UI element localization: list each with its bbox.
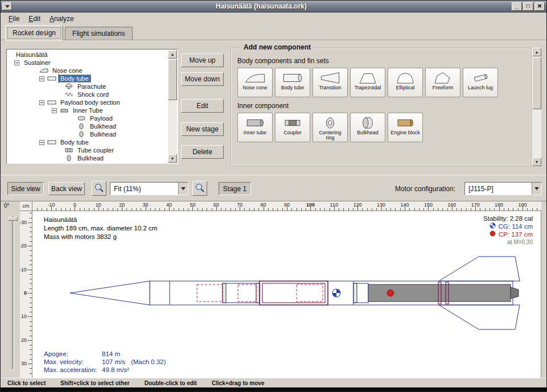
scroll-down-icon[interactable]: ▼ — [168, 154, 177, 163]
add-bulkhead-button[interactable]: Bulkhead — [350, 113, 385, 142]
add-centering-ring-button[interactable]: Centering ring — [312, 113, 348, 142]
component-button-label: Launch lug — [467, 85, 494, 91]
menu-bar: FileEditAnalyze — [1, 13, 546, 25]
menu-item-analyze[interactable]: Analyze — [45, 13, 79, 24]
scroll-up-icon[interactable]: ▲ — [532, 48, 541, 56]
component-button-label: Engine block — [389, 130, 421, 136]
tree-item-bulkhead[interactable]: Bulkhead — [7, 122, 168, 130]
bulkhead-outline[interactable] — [223, 283, 226, 303]
bulkhead-icon — [64, 155, 73, 162]
scroll-up-icon[interactable]: ▲ — [168, 50, 177, 59]
parachute-icon — [64, 83, 73, 90]
add-transition-button[interactable]: Transition — [312, 68, 348, 97]
add-trapezoidal-button[interactable]: Trapezoidal — [350, 68, 385, 97]
motor-configuration-select[interactable]: [J115-P] — [464, 182, 542, 195]
tree-item-inner-tube[interactable]: Inner Tube — [7, 106, 168, 114]
fin-outline-upper[interactable] — [439, 257, 520, 281]
tree-item-payload-body-section[interactable]: Payload body section — [7, 98, 168, 106]
tree-item-tube-coupler[interactable]: Tube coupler — [7, 146, 168, 154]
menu-item-edit[interactable]: Edit — [24, 13, 45, 24]
tree-expander-icon[interactable] — [39, 100, 44, 105]
chevron-down-icon[interactable] — [178, 183, 188, 195]
ruler-tick — [466, 208, 467, 211]
tree-expander-icon[interactable] — [14, 60, 19, 65]
stage-1-toggle[interactable]: Stage 1 — [219, 182, 251, 195]
zoom-in-button[interactable] — [92, 181, 106, 196]
menu-item-file[interactable]: File — [4, 13, 24, 24]
close-button[interactable]: ✕ — [534, 2, 545, 11]
ruler-label: 0 — [24, 290, 27, 296]
zoom-select[interactable]: Fit (11%) — [110, 182, 188, 195]
add-freeform-button[interactable]: Freeform — [425, 68, 460, 97]
chevron-down-icon[interactable] — [532, 183, 541, 195]
zoom-out-button[interactable] — [192, 181, 207, 196]
ruler-tick — [537, 208, 537, 211]
new-stage-button[interactable]: New stage — [181, 122, 224, 136]
zoom-value: Fit (11%) — [110, 185, 178, 193]
rotation-slider-thumb[interactable] — [8, 217, 18, 221]
rocket-canvas[interactable]: Haisunäätä Length 189 cm, max. diameter … — [32, 211, 541, 378]
tree-item-body-tube[interactable]: Body tube — [7, 75, 168, 82]
tree-expander-icon[interactable] — [39, 140, 44, 145]
component-button-label: Inner tube — [242, 130, 268, 136]
add-panel-scrollbar[interactable]: ▲ ▼ — [532, 48, 541, 166]
ruler-label: -20 — [20, 243, 27, 249]
window-title: Haisunäätä (haisunaata.ork) — [12, 2, 511, 10]
ruler-tick — [216, 207, 217, 211]
fin-outline-lower[interactable] — [439, 305, 520, 329]
add-elliptical-button[interactable]: Elliptical — [388, 68, 423, 97]
cp-marker — [388, 290, 394, 296]
window-menu-icon[interactable] — [2, 2, 12, 10]
bulkhead-outline[interactable] — [256, 283, 260, 303]
ruler-tick — [183, 208, 184, 211]
add-inner-tube-button[interactable]: Inner tube — [237, 113, 273, 142]
tree-item-label: Nose cone — [51, 67, 84, 74]
tree-item-parachute[interactable]: Parachute — [7, 82, 168, 90]
add-body-tube-button[interactable]: Body tube — [275, 68, 310, 97]
tree-item-label: Body tube — [59, 139, 91, 146]
tree-item-sustainer[interactable]: Sustainer — [7, 59, 168, 67]
ruler-tick — [30, 288, 32, 289]
tree-expander-icon[interactable] — [52, 108, 57, 113]
title-bar[interactable]: Haisunäätä (haisunaata.ork) _ □ ✕ — [1, 1, 546, 13]
tree-item-shock-cord[interactable]: Shock cord — [7, 90, 168, 98]
move-up-button[interactable]: Move up — [181, 53, 224, 67]
tree-item-body-tube[interactable]: Body tube — [7, 138, 168, 146]
minimize-button[interactable]: _ — [512, 2, 522, 11]
tree-expander-icon[interactable] — [39, 76, 44, 81]
tree-scrollbar[interactable]: ▲ ▼ — [168, 50, 177, 163]
tree-item-bulkhead[interactable]: Bulkhead — [7, 130, 168, 138]
tree-item-bulkhead[interactable]: Bulkhead — [7, 154, 168, 162]
edit-button[interactable]: Edit — [181, 99, 224, 113]
component-tree[interactable]: HaisunäätäSustainerNose coneBody tubePar… — [7, 51, 168, 163]
body-tube-icon — [281, 68, 304, 85]
delete-button[interactable]: Delete — [181, 145, 224, 159]
ruler-tick — [30, 298, 32, 298]
add-engine-block-button[interactable]: Engine block — [388, 113, 423, 142]
ruler-tick — [28, 246, 32, 246]
side-view-button[interactable]: Side view — [7, 182, 44, 195]
bulkhead-outline[interactable] — [353, 283, 357, 303]
nose-cone-outline[interactable] — [70, 281, 150, 305]
tree-item-nose-cone[interactable]: Nose cone — [7, 67, 168, 75]
tab-rocket-design[interactable]: Rocket design — [5, 25, 63, 40]
back-view-button[interactable]: Back view — [48, 182, 85, 195]
tree-scrollbar-thumb[interactable] — [168, 59, 177, 100]
maximize-button[interactable]: □ — [523, 2, 533, 11]
component-groups: Body components and fin setsNose coneBod… — [235, 52, 527, 142]
ruler-tick — [30, 237, 32, 237]
ruler-tick — [30, 283, 32, 284]
tree-item-haisunäätä[interactable]: Haisunäätä — [7, 51, 168, 59]
add-panel-scrollbar-thumb[interactable] — [532, 57, 541, 109]
acceleration-row: Max. acceleration:49.8 m/s² — [44, 366, 166, 374]
add-coupler-button[interactable]: Coupler — [275, 113, 310, 142]
add-nose-cone-button[interactable]: Nose cone — [237, 68, 273, 97]
move-down-button[interactable]: Move down — [181, 72, 224, 86]
ruler-tick — [475, 207, 476, 211]
scroll-down-icon[interactable]: ▼ — [532, 158, 541, 166]
add-launch-lug-button[interactable]: Launch lug — [463, 68, 498, 97]
ruler-tick — [30, 241, 32, 242]
tab-flight-simulations[interactable]: Flight simulations — [65, 27, 133, 40]
rotation-slider[interactable] — [12, 216, 14, 370]
tree-item-payload[interactable]: Payload — [7, 114, 168, 122]
